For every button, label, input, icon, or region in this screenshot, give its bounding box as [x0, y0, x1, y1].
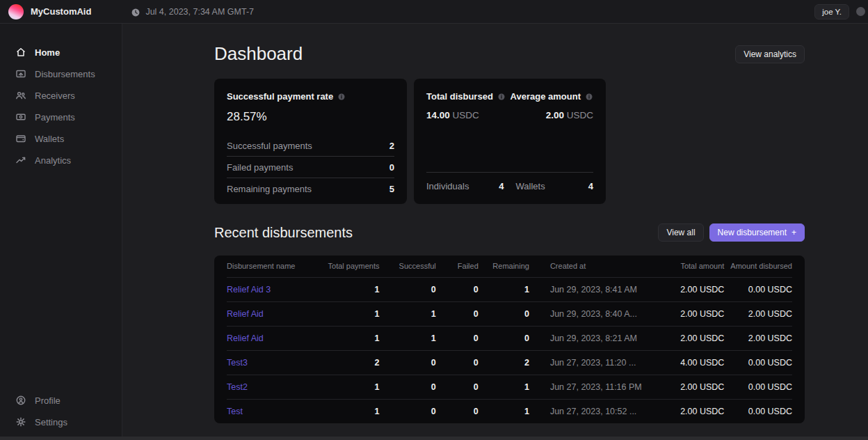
sidebar-item-payments[interactable]: Payments — [0, 108, 122, 126]
stat-label: Remaining payments — [227, 184, 312, 194]
cell-failed: 0 — [436, 277, 479, 301]
info-icon[interactable] — [585, 93, 593, 101]
app-logo — [8, 4, 24, 19]
amount-unit: USDC — [453, 110, 479, 120]
stat-value: 4 — [499, 181, 504, 191]
datetime-group: Jul 4, 2023, 7:34 AM GMT-7 — [131, 7, 254, 17]
total-disbursed-title: Total disbursed — [426, 91, 493, 102]
column-header-successful: Successful — [380, 256, 436, 277]
cell-remaining: 2 — [479, 350, 529, 375]
recent-disbursements-title: Recent disbursements — [214, 225, 353, 241]
card-divider — [426, 172, 593, 173]
cell-total_amount: 2.00 USDC — [657, 301, 725, 326]
sidebar-item-label: Receivers — [35, 91, 75, 101]
cell-remaining: 1 — [479, 399, 529, 423]
sidebar-nav: Home Disbursements Receivers Payments — [0, 43, 122, 173]
receivers-icon — [15, 90, 26, 101]
cell-total_amount: 2.00 USDC — [657, 326, 725, 350]
cell-created: Jun 29, 2023, 8:41 AM — [529, 277, 657, 301]
cell-amount_disbursed: 2.00 USDC — [724, 301, 792, 326]
cell-failed: 0 — [436, 375, 479, 399]
amount-unit: USDC — [567, 110, 593, 120]
sidebar-item-settings[interactable]: Settings — [0, 413, 122, 431]
cell-successful: 0 — [380, 277, 436, 301]
cell-name: Relief Aid — [227, 326, 317, 350]
disbursements-icon — [15, 68, 26, 79]
amount-number: 14.00 — [426, 110, 450, 120]
sidebar-item-label: Home — [35, 47, 60, 58]
cell-failed: 0 — [436, 326, 479, 350]
sidebar-item-label: Payments — [35, 112, 75, 123]
cell-amount_disbursed: 2.00 USDC — [724, 326, 792, 350]
cell-amount_disbursed: 0.00 USDC — [724, 350, 792, 375]
sidebar-item-analytics[interactable]: Analytics — [0, 151, 122, 169]
stat-value: 2 — [389, 141, 394, 151]
individuals-stat: Individuals 4 — [426, 181, 504, 191]
cell-total_amount: 2.00 USDC — [657, 277, 725, 301]
disbursements-table: Disbursement nameTotal paymentsSuccessfu… — [214, 256, 805, 423]
payments-icon — [15, 111, 26, 123]
cell-total_payments: 1 — [317, 375, 379, 399]
stat-label: Individuals — [426, 181, 469, 191]
sidebar-item-wallets[interactable]: Wallets — [0, 129, 122, 148]
view-all-button[interactable]: View all — [658, 223, 703, 242]
cell-remaining: 1 — [479, 375, 529, 399]
avatar[interactable] — [856, 7, 865, 16]
disbursement-link[interactable]: Relief Aid 3 — [227, 285, 271, 294]
wallets-icon — [15, 133, 26, 144]
cell-name: Test3 — [227, 350, 317, 375]
column-header-total_payments: Total payments — [317, 256, 379, 277]
disbursement-link[interactable]: Test2 — [227, 382, 248, 392]
stat-label: Failed payments — [227, 162, 293, 173]
cell-failed: 0 — [436, 350, 479, 375]
cell-successful: 0 — [380, 399, 436, 423]
sidebar-item-label: Disbursements — [35, 69, 95, 79]
table-row: Test21001Jun 27, 2023, 11:16 PM2.00 USDC… — [227, 375, 792, 399]
column-header-remaining: Remaining — [479, 256, 529, 277]
table-row: Relief Aid 31001Jun 29, 2023, 8:41 AM2.0… — [227, 277, 792, 301]
sidebar-footer: Profile Settings — [0, 391, 122, 431]
cell-total_payments: 1 — [317, 301, 379, 326]
view-analytics-button[interactable]: View analytics — [735, 45, 805, 63]
cell-created: Jun 27, 2023, 11:16 PM — [529, 375, 657, 399]
sidebar-item-disbursements[interactable]: Disbursements — [0, 65, 122, 83]
sidebar-item-label: Wallets — [35, 134, 64, 144]
cell-successful: 1 — [380, 301, 436, 326]
cell-amount_disbursed: 0.00 USDC — [724, 375, 792, 399]
sidebar-item-profile[interactable]: Profile — [0, 391, 122, 409]
total-disbursed-value: 14.00 USDC — [426, 110, 479, 120]
clock-icon — [131, 7, 140, 17]
user-menu-button[interactable]: joe Y. — [814, 4, 849, 19]
payment-rate-value: 28.57% — [227, 110, 394, 124]
cell-successful: 1 — [380, 326, 436, 350]
disbursement-link[interactable]: Relief Aid — [227, 309, 264, 319]
sidebar-item-receivers[interactable]: Receivers — [0, 86, 122, 104]
disbursement-link[interactable]: Relief Aid — [227, 333, 264, 343]
disbursement-link[interactable]: Test — [227, 407, 243, 416]
disbursements-table-body: Relief Aid 31001Jun 29, 2023, 8:41 AM2.0… — [227, 277, 792, 423]
info-icon[interactable] — [337, 93, 346, 101]
disbursement-link[interactable]: Test3 — [227, 358, 248, 368]
sidebar-item-label: Analytics — [35, 155, 71, 166]
cell-failed: 0 — [436, 399, 479, 423]
cell-remaining: 0 — [479, 326, 529, 350]
new-disbursement-button[interactable]: New disbursement + — [709, 223, 805, 242]
cell-failed: 0 — [436, 301, 479, 326]
stat-value: 0 — [389, 162, 394, 173]
datetime-text: Jul 4, 2023, 7:34 AM GMT-7 — [145, 7, 254, 17]
sidebar-item-label: Profile — [35, 395, 61, 406]
info-icon[interactable] — [497, 93, 506, 101]
table-row: Test1001Jun 27, 2023, 10:52 ...2.00 USDC… — [227, 399, 792, 423]
cell-amount_disbursed: 0.00 USDC — [724, 399, 792, 423]
stat-row-failed: Failed payments 0 — [227, 157, 394, 178]
table-row: Relief Aid1100Jun 29, 2023, 8:40 A...2.0… — [227, 301, 792, 326]
cell-remaining: 1 — [479, 277, 529, 301]
profile-icon — [15, 395, 26, 406]
payment-rate-title: Successful payment rate — [227, 91, 333, 102]
cell-created: Jun 27, 2023, 10:52 ... — [529, 399, 657, 423]
cell-amount_disbursed: 0.00 USDC — [724, 277, 792, 301]
plus-icon: + — [791, 228, 796, 237]
sidebar-item-home[interactable]: Home — [0, 43, 122, 61]
table-row: Relief Aid1100Jun 29, 2023, 8:21 AM2.00 … — [227, 326, 792, 350]
cell-total_payments: 1 — [317, 399, 379, 423]
